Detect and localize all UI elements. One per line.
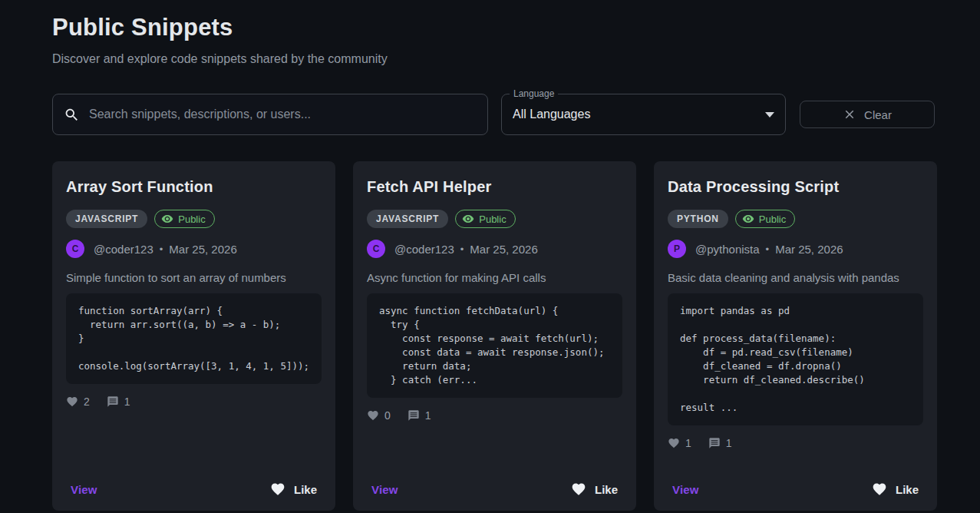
eye-icon xyxy=(161,213,173,225)
language-badge: JAVASCRIPT xyxy=(66,210,147,228)
stats-row: 1 1 xyxy=(668,437,923,449)
card-actions: View Like xyxy=(66,482,322,500)
filter-bar: Language All Languages Clear xyxy=(52,94,936,135)
card-actions: View Like xyxy=(668,482,923,500)
likes-stat: 2 xyxy=(66,396,90,408)
comments-stat: 1 xyxy=(708,437,732,449)
meta-dot: • xyxy=(460,243,464,255)
view-button[interactable]: View xyxy=(672,483,699,496)
username: @coder123 xyxy=(394,243,454,256)
page-title: Public Snippets xyxy=(52,14,936,41)
like-button[interactable]: Like xyxy=(270,482,317,497)
like-button-label: Like xyxy=(294,483,317,496)
likes-stat: 1 xyxy=(668,437,691,449)
likes-count: 0 xyxy=(384,409,391,422)
heart-icon xyxy=(571,482,586,497)
spacer xyxy=(668,449,923,482)
code-preview: async function fetchData(url) { try { co… xyxy=(367,293,622,398)
snippet-title: Fetch API Helper xyxy=(367,178,622,196)
clear-button-label: Clear xyxy=(864,108,892,121)
snippet-card: Array Sort Function JAVASCRIPT Public C … xyxy=(52,161,335,511)
chevron-down-icon xyxy=(765,112,774,117)
badge-row: JAVASCRIPT Public xyxy=(367,210,622,228)
badge-row: JAVASCRIPT Public xyxy=(66,210,322,228)
meta-dot: • xyxy=(766,243,770,255)
snippet-date: Mar 25, 2026 xyxy=(775,243,843,256)
snippet-title: Array Sort Function xyxy=(66,178,322,196)
visibility-badge: Public xyxy=(735,210,795,228)
visibility-badge-label: Public xyxy=(178,213,205,225)
view-button[interactable]: View xyxy=(371,483,398,496)
heart-icon xyxy=(66,396,78,408)
comment-icon xyxy=(408,409,420,422)
comment-icon xyxy=(107,396,119,408)
comments-count: 1 xyxy=(726,437,732,449)
author-meta: P @pythonista • Mar 25, 2026 xyxy=(668,240,923,258)
snippet-description: Basic data cleaning and analysis with pa… xyxy=(668,271,923,284)
language-select-value: All Languages xyxy=(513,108,590,121)
comment-icon xyxy=(708,437,721,449)
visibility-badge: Public xyxy=(154,210,214,228)
comments-stat: 1 xyxy=(107,396,130,408)
heart-icon xyxy=(367,409,379,422)
like-button-label: Like xyxy=(896,483,919,496)
snippet-date: Mar 25, 2026 xyxy=(470,243,537,256)
view-button[interactable]: View xyxy=(71,483,97,496)
comments-stat: 1 xyxy=(408,409,431,422)
comments-count: 1 xyxy=(425,409,431,422)
likes-stat: 0 xyxy=(367,409,391,422)
like-button-label: Like xyxy=(595,483,618,496)
search-icon xyxy=(64,107,80,123)
snippet-card: Fetch API Helper JAVASCRIPT Public C @co… xyxy=(353,161,636,511)
username: @pythonista xyxy=(695,243,760,256)
code-preview: function sortArray(arr) { return arr.sor… xyxy=(66,293,322,384)
eye-icon xyxy=(462,213,474,225)
search-input[interactable] xyxy=(89,108,477,121)
visibility-badge-label: Public xyxy=(759,213,786,225)
like-button[interactable]: Like xyxy=(872,482,919,497)
language-badge: JAVASCRIPT xyxy=(367,210,448,228)
code-preview: import pandas as pd def process_data(fil… xyxy=(668,293,923,425)
avatar: P xyxy=(668,240,686,258)
stats-row: 0 1 xyxy=(367,409,622,422)
snippet-title: Data Processing Script xyxy=(668,178,923,196)
snippet-description: Simple function to sort an array of numb… xyxy=(66,271,322,284)
author-meta: C @coder123 • Mar 25, 2026 xyxy=(66,240,322,258)
visibility-badge-label: Public xyxy=(479,213,506,225)
comments-count: 1 xyxy=(124,396,130,408)
snippet-cards-grid: Array Sort Function JAVASCRIPT Public C … xyxy=(52,161,936,511)
like-button[interactable]: Like xyxy=(571,482,618,497)
page-subtitle: Discover and explore code snippets share… xyxy=(52,52,936,66)
meta-dot: • xyxy=(160,243,163,255)
language-badge: PYTHON xyxy=(668,210,728,228)
username: @coder123 xyxy=(94,243,153,256)
avatar: C xyxy=(66,240,84,258)
card-actions: View Like xyxy=(367,482,622,500)
clear-filters-button[interactable]: Clear xyxy=(800,101,935,128)
visibility-badge: Public xyxy=(455,210,515,228)
likes-count: 1 xyxy=(685,437,691,449)
public-snippets-page: Public Snippets Discover and explore cod… xyxy=(0,0,980,511)
spacer xyxy=(66,408,322,482)
spacer xyxy=(367,422,622,482)
language-select[interactable]: Language All Languages xyxy=(501,94,786,135)
heart-icon xyxy=(270,482,285,497)
close-icon xyxy=(843,108,856,121)
heart-icon xyxy=(668,437,680,449)
search-box[interactable] xyxy=(52,94,488,135)
language-select-label: Language xyxy=(510,88,558,99)
snippet-description: Async function for making API calls xyxy=(367,271,622,284)
likes-count: 2 xyxy=(84,396,90,408)
snippet-card: Data Processing Script PYTHON Public P @… xyxy=(654,161,937,511)
eye-icon xyxy=(742,213,754,225)
avatar: C xyxy=(367,240,385,258)
badge-row: PYTHON Public xyxy=(668,210,923,228)
snippet-date: Mar 25, 2026 xyxy=(169,243,236,256)
heart-icon xyxy=(872,482,887,497)
stats-row: 2 1 xyxy=(66,396,322,408)
author-meta: C @coder123 • Mar 25, 2026 xyxy=(367,240,622,258)
